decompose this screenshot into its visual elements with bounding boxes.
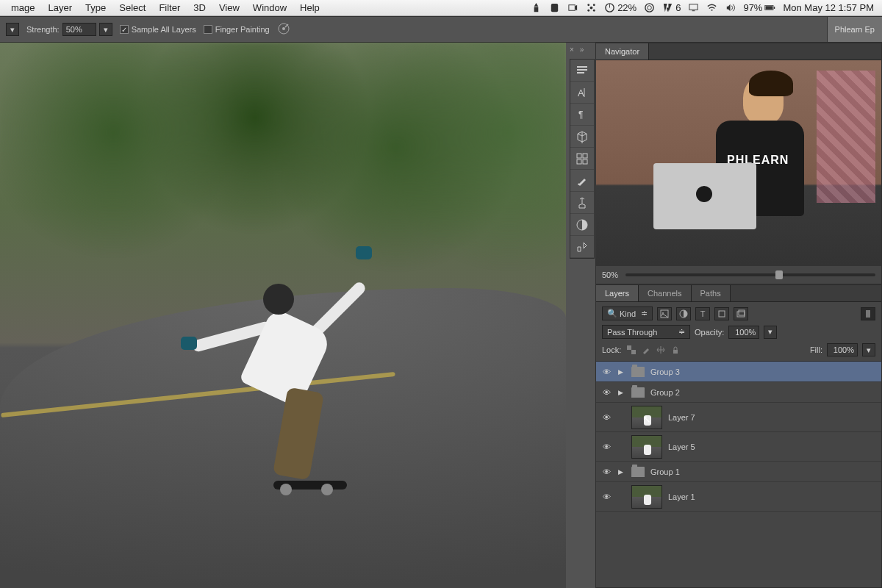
fill-dropdown[interactable]: ▾ (862, 343, 875, 356)
layer-thumbnail[interactable]: ↖ (631, 406, 662, 429)
menu-filter[interactable]: Filter (152, 2, 187, 13)
expand-triangle-icon[interactable]: ▶ (618, 368, 625, 376)
status-adobe-icon[interactable]: 6 (659, 2, 684, 13)
status-cpu[interactable]: 22% (600, 2, 640, 13)
paths-tab[interactable]: Paths (692, 285, 731, 301)
visibility-eye-icon[interactable]: 👁 (600, 388, 612, 397)
status-evernote-icon[interactable] (545, 2, 564, 13)
status-battery[interactable]: 97% (739, 2, 779, 13)
status-video-icon[interactable] (564, 2, 582, 13)
opacity-dropdown[interactable]: ▾ (764, 326, 777, 339)
menu-3d[interactable]: 3D (187, 2, 212, 13)
strength-dropdown[interactable]: ▾ (99, 23, 112, 36)
layer-filter-kind[interactable]: 🔍Kind≑ (602, 306, 653, 320)
properties-panel-icon[interactable] (570, 148, 594, 170)
visibility-eye-icon[interactable]: 👁 (600, 413, 612, 422)
expand-triangle-icon[interactable]: ▶ (618, 389, 625, 396)
navigator-zoom-slider[interactable] (625, 273, 875, 276)
lock-position-icon[interactable] (655, 344, 667, 356)
canvas-area[interactable] (0, 43, 566, 588)
menu-image[interactable]: mage (4, 2, 42, 13)
folder-icon (631, 387, 645, 398)
svg-point-6 (593, 10, 595, 12)
layers-panel: Layers Channels Paths 🔍Kind≑ T Pass Thro… (595, 284, 882, 588)
adjustments-panel-icon[interactable] (570, 214, 594, 236)
navigator-zoom-value[interactable]: 50% (602, 270, 618, 279)
visibility-eye-icon[interactable]: 👁 (600, 368, 612, 376)
character-panel-icon[interactable]: A (570, 82, 594, 104)
sample-all-checkbox[interactable] (120, 25, 129, 34)
tool-preset-dropdown[interactable]: ▾ (6, 23, 19, 36)
layers-tab[interactable]: Layers (596, 285, 639, 301)
layer-row-group2[interactable]: 👁 ▶ Group 2 (596, 382, 881, 403)
brush-panel-icon[interactable] (570, 170, 594, 192)
layer-row-layer7[interactable]: 👁 ▶ ↖ Layer 7 (596, 403, 881, 432)
svg-rect-20 (577, 72, 584, 74)
fill-input[interactable] (827, 343, 858, 356)
navigator-preview[interactable]: PHLEARN (596, 60, 881, 266)
styles-panel-icon[interactable] (570, 236, 594, 258)
menu-help[interactable]: Help (293, 2, 326, 13)
layer-name[interactable]: Group 2 (650, 388, 877, 397)
glyphs-panel-icon[interactable]: ¶ (570, 104, 594, 126)
filter-toggle-switch[interactable] (861, 307, 875, 320)
lock-transparency-icon[interactable] (625, 344, 637, 356)
menu-select[interactable]: Select (112, 2, 152, 13)
menu-window[interactable]: Window (246, 2, 293, 13)
layer-row-layer1[interactable]: 👁 ▶ Layer 1 (596, 482, 881, 512)
menu-view[interactable]: View (212, 2, 246, 13)
document-tab[interactable]: Phlearn Ep (827, 16, 882, 43)
filter-type-icon[interactable]: T (695, 307, 710, 320)
status-sync-icon[interactable] (582, 2, 600, 13)
visibility-eye-icon[interactable]: 👁 (600, 467, 612, 476)
filter-smart-icon[interactable] (734, 307, 748, 320)
svg-rect-35 (627, 345, 631, 350)
paragraph-panel-icon[interactable] (570, 60, 594, 82)
svg-rect-34 (739, 310, 745, 315)
svg-point-2 (590, 7, 593, 10)
visibility-eye-icon[interactable]: 👁 (600, 442, 612, 451)
menu-type[interactable]: Type (79, 2, 112, 13)
navigator-tab[interactable]: Navigator (596, 43, 649, 60)
filter-adjustment-icon[interactable] (676, 307, 691, 320)
filter-shape-icon[interactable] (714, 307, 729, 320)
layer-name[interactable]: Layer 5 (668, 442, 877, 451)
status-datetime[interactable]: Mon May 12 1:57 PM (779, 2, 878, 13)
finger-painting-checkbox[interactable] (204, 25, 212, 34)
status-apple-icon[interactable] (527, 2, 545, 13)
vertical-tool-strip: A ¶ (570, 59, 595, 259)
layer-name[interactable]: Group 3 (650, 368, 877, 376)
3d-panel-icon[interactable] (570, 126, 594, 148)
status-wifi-icon[interactable] (703, 2, 721, 13)
brush-presets-icon[interactable] (570, 192, 594, 214)
opacity-input[interactable] (728, 326, 759, 339)
layer-thumbnail[interactable] (631, 485, 662, 509)
filter-pixel-icon[interactable] (657, 307, 672, 320)
lock-pixels-icon[interactable] (640, 344, 652, 356)
pressure-icon[interactable] (277, 22, 290, 37)
layer-thumbnail[interactable] (631, 435, 662, 459)
layer-row-layer5[interactable]: 👁 ▶ Layer 5 (596, 432, 881, 462)
layer-name[interactable]: Group 1 (650, 467, 877, 476)
layer-name[interactable]: Layer 7 (668, 413, 877, 422)
blend-mode-select[interactable]: Pass Through≑ (602, 325, 690, 339)
svg-point-9 (648, 6, 652, 10)
status-volume-icon[interactable] (721, 2, 739, 13)
strength-input[interactable] (62, 23, 96, 36)
svg-rect-25 (583, 154, 587, 158)
status-cc-icon[interactable] (640, 2, 659, 13)
status-display-icon[interactable] (684, 2, 703, 13)
lock-all-icon[interactable] (670, 344, 681, 356)
layer-row-group3[interactable]: 👁 ▶ Group 3 (596, 362, 881, 382)
layer-name[interactable]: Layer 1 (668, 492, 877, 501)
expand-triangle-icon[interactable]: ▶ (618, 468, 625, 476)
sample-all-label: Sample All Layers (132, 25, 196, 34)
svg-rect-18 (577, 66, 587, 68)
folder-icon (631, 467, 645, 477)
panel-close-icon[interactable]: × (570, 46, 574, 54)
layer-row-group1[interactable]: 👁 ▶ Group 1 (596, 462, 881, 482)
visibility-eye-icon[interactable]: 👁 (600, 492, 612, 501)
channels-tab[interactable]: Channels (639, 285, 691, 301)
panel-expand-icon[interactable]: » (580, 46, 584, 54)
menu-layer[interactable]: Layer (42, 2, 79, 13)
